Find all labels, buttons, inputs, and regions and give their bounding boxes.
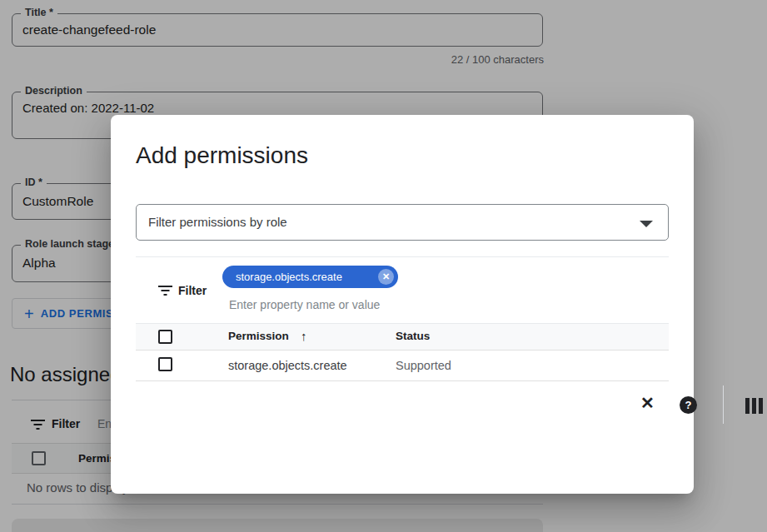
filter-chip-label: storage.objects.create [236,271,342,283]
modal-column-header-permission[interactable]: Permission [228,330,289,342]
modal-table-header-row: Permission ↑ Status [136,323,669,351]
add-permissions-dialog: Add permissions Filter permissions by ro… [111,115,694,494]
modal-filter-label: Filter [178,284,207,297]
create-role-page: Title * create-changefeed-role 22 / 100 … [0,0,767,532]
toolbar-vertical-divider [723,385,724,424]
row-checkbox[interactable] [158,357,172,371]
column-display-options-icon[interactable] [745,398,763,414]
toolbar-top-divider [136,256,669,257]
chip-remove-button[interactable]: ✕ [378,269,394,285]
filter-chip[interactable]: storage.objects.create ✕ [222,266,398,288]
modal-select-all-checkbox[interactable] [158,330,172,344]
help-icon[interactable]: ? [680,396,697,414]
modal-filter-input[interactable]: Enter property name or value [229,298,380,311]
row-status-cell: Supported [396,359,451,372]
table-row[interactable]: storage.objects.create Supported [136,351,669,381]
row-permission-cell: storage.objects.create [228,359,347,372]
filter-icon [158,286,172,296]
clear-filters-icon[interactable]: ✕ [640,395,655,411]
dialog-title: Add permissions [136,142,308,169]
modal-column-header-status[interactable]: Status [396,330,430,342]
role-select-placeholder: Filter permissions by role [148,215,287,229]
filter-permissions-by-role-select[interactable]: Filter permissions by role [136,204,669,241]
sort-ascending-icon[interactable]: ↑ [301,329,307,343]
chevron-down-icon [640,221,653,227]
